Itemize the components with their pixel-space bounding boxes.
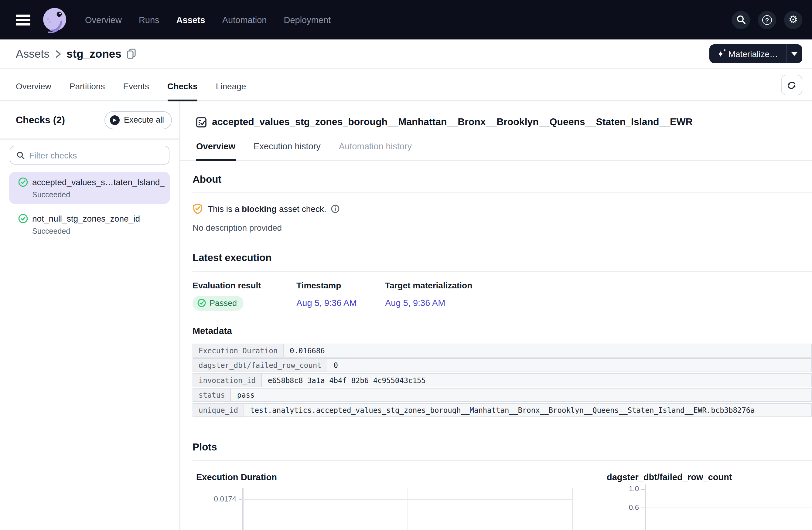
info-icon[interactable] xyxy=(331,205,340,213)
check-detail-panel: accepted_values_stg_zones_borough__Manha… xyxy=(180,101,812,530)
y-axis-tick xyxy=(641,489,645,490)
app-window: Overview Runs Assets Automation Deployme… xyxy=(0,0,812,530)
latest-execution-values: Passed Aug 5, 9:36 AM Aug 5, 9:36 AM xyxy=(192,295,812,311)
failed-row-count-chart: dagster_dbt/failed_row_count 1.0 0.6 xyxy=(583,461,812,530)
nav-item-deployment[interactable]: Deployment xyxy=(284,15,331,25)
check-success-icon xyxy=(18,214,28,223)
blocking-note-row: This is a blocking asset check. xyxy=(192,203,812,214)
tab-execution-history[interactable]: Execution history xyxy=(253,142,321,161)
check-list-item-accepted-values[interactable]: accepted_values_s…taten_Island_ Succeede… xyxy=(9,172,170,204)
check-description: No description provided xyxy=(192,223,812,233)
tab-overview[interactable]: Overview xyxy=(16,82,51,101)
tab-checks[interactable]: Checks xyxy=(167,82,198,101)
filter-checks-input[interactable] xyxy=(29,150,163,160)
help-icon: ? xyxy=(762,15,772,25)
check-success-icon xyxy=(18,177,28,187)
chevron-down-icon xyxy=(791,52,797,56)
check-title-row: accepted_values_stg_zones_borough__Manha… xyxy=(196,117,812,128)
metadata-value: 0 xyxy=(328,358,812,372)
timestamp-link[interactable]: Aug 5, 9:36 AM xyxy=(296,298,357,308)
table-row: Execution Duration 0.016686 xyxy=(192,343,812,357)
metadata-key: dagster_dbt/failed_row_count xyxy=(192,358,328,372)
top-nav-links: Overview Runs Assets Automation Deployme… xyxy=(85,15,331,25)
breadcrumb-assets-link[interactable]: Assets xyxy=(16,47,49,60)
chart-title: Execution Duration xyxy=(196,472,583,482)
check-item-name: not_null_stg_zones_zone_id xyxy=(32,213,140,224)
search-icon xyxy=(16,151,25,159)
latest-execution-section: Latest execution Evaluation result Times… xyxy=(192,252,812,311)
top-navigation-bar: Overview Runs Assets Automation Deployme… xyxy=(0,0,812,40)
nav-item-overview[interactable]: Overview xyxy=(85,15,122,25)
table-row: invocation_id e658b8c8-3a1a-4b4f-82b6-4c… xyxy=(192,373,812,387)
refresh-icon xyxy=(786,80,797,90)
search-icon xyxy=(736,15,746,25)
y-axis-tick xyxy=(641,507,645,508)
metadata-value: pass xyxy=(231,388,812,402)
check-success-icon xyxy=(198,299,206,307)
metadata-section: Metadata Execution Duration 0.016686 dag… xyxy=(192,325,812,417)
y-axis-tick xyxy=(239,499,242,500)
plots-section: Plots xyxy=(192,441,812,461)
tab-lineage[interactable]: Lineage xyxy=(216,82,246,101)
nav-item-automation[interactable]: Automation xyxy=(222,15,267,25)
asset-tabs: Overview Partitions Events Checks Lineag… xyxy=(0,69,812,101)
checks-sidebar: Checks (2) Execute all accepted_values_s… xyxy=(0,101,180,530)
vertical-gridline xyxy=(572,488,573,530)
horizontal-gridline xyxy=(645,489,812,489)
search-button[interactable] xyxy=(732,11,750,29)
filter-checks-box xyxy=(10,146,170,164)
metadata-key: invocation_id xyxy=(192,373,262,387)
refresh-button[interactable] xyxy=(781,75,802,95)
metadata-key: unique_id xyxy=(192,403,244,417)
nav-item-assets[interactable]: Assets xyxy=(176,15,205,25)
check-item-status: Succeeded xyxy=(32,190,164,200)
dagster-logo-icon[interactable] xyxy=(40,5,69,34)
asset-header-row: Assets stg_zones ✦ Materialize… xyxy=(0,40,812,69)
metadata-key: Execution Duration xyxy=(192,343,284,357)
help-button[interactable]: ? xyxy=(758,11,776,29)
tab-events[interactable]: Events xyxy=(123,82,149,101)
about-heading: About xyxy=(192,173,812,185)
execute-all-button[interactable]: Execute all xyxy=(104,111,172,129)
vertical-gridline xyxy=(407,488,408,530)
table-row: unique_id test.analytics.accepted_values… xyxy=(192,403,812,417)
sparkle-icon: ✦ xyxy=(717,49,724,58)
column-timestamp: Timestamp xyxy=(296,280,385,290)
tab-partitions[interactable]: Partitions xyxy=(70,82,105,101)
about-section: About This is a blocking asset check. No… xyxy=(192,173,812,233)
copy-icon xyxy=(127,48,136,59)
nav-item-runs[interactable]: Runs xyxy=(139,15,159,25)
plots-heading: Plots xyxy=(192,441,812,453)
hamburger-menu-icon[interactable] xyxy=(16,14,30,25)
check-item-status: Succeeded xyxy=(32,226,140,236)
shield-check-icon xyxy=(192,203,203,214)
target-materialization-link[interactable]: Aug 5, 9:36 AM xyxy=(385,298,445,308)
metadata-heading: Metadata xyxy=(192,325,812,335)
y-axis-line xyxy=(242,488,243,530)
materialize-button-label: Materialize… xyxy=(728,49,778,59)
settings-button[interactable]: ⚙ xyxy=(784,11,802,29)
latest-execution-column-headers: Evaluation result Timestamp Target mater… xyxy=(192,280,812,290)
check-detail-tabs: Overview Execution history Automation hi… xyxy=(180,142,812,161)
check-title: accepted_values_stg_zones_borough__Manha… xyxy=(212,117,693,128)
table-row: dagster_dbt/failed_row_count 0 xyxy=(192,358,812,372)
breadcrumb-chevron-icon xyxy=(55,49,61,58)
asset-check-icon xyxy=(196,117,206,127)
column-evaluation-result: Evaluation result xyxy=(192,280,296,290)
tab-check-overview[interactable]: Overview xyxy=(196,142,235,161)
check-list: accepted_values_s…taten_Island_ Succeede… xyxy=(0,172,179,245)
checks-sidebar-header: Checks (2) Execute all xyxy=(0,101,179,139)
check-list-item-not-null[interactable]: not_null_stg_zones_zone_id Succeeded xyxy=(9,208,170,240)
breadcrumb-current-asset: stg_zones xyxy=(67,47,121,60)
table-row: status pass xyxy=(192,388,812,402)
evaluation-result-label: Passed xyxy=(209,298,237,308)
materialize-button[interactable]: ✦ Materialize… xyxy=(709,44,786,63)
tab-automation-history: Automation history xyxy=(339,142,412,161)
blocking-note-text: This is a blocking asset check. xyxy=(208,204,327,214)
check-item-name: accepted_values_s…taten_Island_ xyxy=(32,177,164,188)
column-target-materialization: Target materialization xyxy=(385,280,472,290)
materialize-dropdown-button[interactable] xyxy=(786,44,802,63)
metadata-key: status xyxy=(192,388,231,402)
y-axis-tick-label: 0.6 xyxy=(607,503,639,512)
copy-asset-name-button[interactable] xyxy=(127,48,136,59)
